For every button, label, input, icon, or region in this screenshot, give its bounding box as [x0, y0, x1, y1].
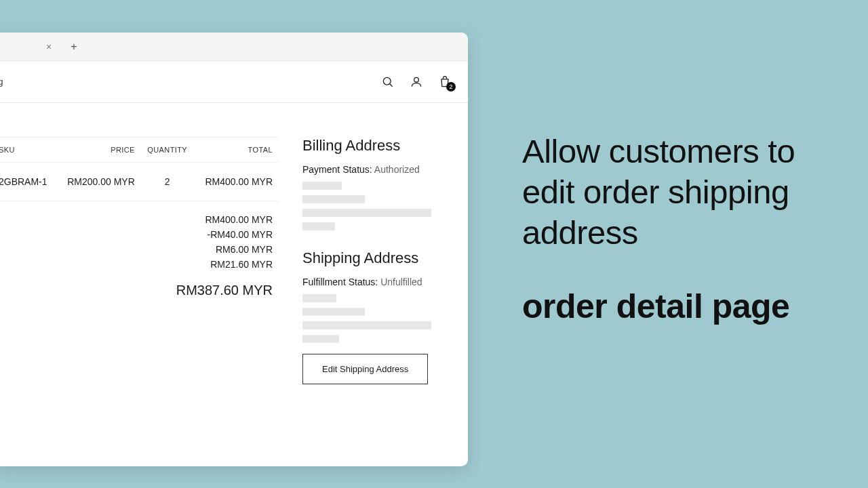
svg-point-2 — [414, 77, 419, 82]
close-icon[interactable]: × — [42, 40, 56, 54]
search-icon[interactable] — [381, 75, 395, 89]
table-row: 2GBRAM-1 RM200.00 MYR 2 RM400.00 MYR — [0, 163, 278, 201]
svg-line-1 — [390, 83, 393, 86]
nav-icons: 2 — [381, 75, 452, 89]
cell-price: RM200.00 MYR — [56, 163, 140, 201]
cart-icon[interactable]: 2 — [438, 75, 452, 89]
shipping-title: Shipping Address — [302, 249, 449, 267]
marketing-headline: Allow customers to edit order shipping a… — [522, 131, 841, 253]
total-tax: RM21.60 MYR — [0, 257, 278, 272]
cell-qty: 2 — [140, 163, 195, 201]
redacted-line — [302, 209, 431, 217]
redacted-line — [302, 335, 339, 343]
svg-point-0 — [383, 77, 391, 85]
account-icon[interactable] — [410, 75, 423, 89]
redacted-line — [302, 321, 431, 329]
billing-address-block: Billing Address Payment Status: Authoriz… — [302, 137, 449, 230]
total-grand: RM387.60 MYR — [0, 272, 278, 298]
cart-badge: 2 — [446, 82, 456, 92]
redacted-line — [302, 308, 365, 316]
address-column: Billing Address Payment Status: Authoriz… — [302, 137, 449, 450]
col-sku: SKU — [0, 138, 56, 163]
order-totals: RM400.00 MYR -RM40.00 MYR RM6.00 MYR RM2… — [0, 212, 278, 298]
payment-status-value: Authorized — [374, 164, 420, 175]
edit-shipping-button[interactable]: Edit Shipping Address — [302, 354, 428, 384]
browser-tab[interactable]: × — [0, 36, 64, 58]
fulfillment-status-label: Fulfillment Status: — [302, 277, 380, 287]
marketing-copy: Allow customers to edit order shipping a… — [522, 131, 841, 326]
fulfillment-status-value: Unfulfilled — [380, 277, 422, 287]
order-items-table: SKU PRICE QUANTITY TOTAL 2GBRAM-1 RM200.… — [0, 137, 278, 201]
order-summary-column: SKU PRICE QUANTITY TOTAL 2GBRAM-1 RM200.… — [0, 137, 278, 450]
col-price: PRICE — [56, 138, 140, 163]
total-discount: -RM40.00 MYR — [0, 227, 278, 242]
col-total: TOTAL — [195, 138, 278, 163]
nav-link-catalog[interactable]: og — [0, 77, 3, 87]
browser-window: × + og 2 SKU PRIC — [0, 33, 468, 466]
total-shipping: RM6.00 MYR — [0, 242, 278, 257]
total-subtotal: RM400.00 MYR — [0, 212, 278, 227]
payment-status-label: Payment Status: — [302, 164, 374, 175]
browser-tabbar: × + — [0, 33, 468, 61]
fulfillment-status: Fulfillment Status: Unfulfilled — [302, 277, 449, 287]
col-qty: QUANTITY — [140, 138, 195, 163]
billing-title: Billing Address — [302, 137, 449, 155]
redacted-line — [302, 195, 365, 203]
redacted-line — [302, 294, 336, 302]
nav-left: og — [0, 77, 3, 87]
site-header: og 2 — [0, 61, 468, 103]
payment-status: Payment Status: Authorized — [302, 164, 449, 175]
cell-total: RM400.00 MYR — [195, 163, 278, 201]
marketing-subhead: order detail page — [522, 287, 841, 326]
cell-sku: 2GBRAM-1 — [0, 163, 56, 201]
redacted-line — [302, 182, 342, 190]
order-detail-content: SKU PRICE QUANTITY TOTAL 2GBRAM-1 RM200.… — [0, 103, 468, 466]
redacted-line — [302, 222, 335, 230]
new-tab-button[interactable]: + — [64, 38, 83, 56]
shipping-address-block: Shipping Address Fulfillment Status: Unf… — [302, 249, 449, 384]
